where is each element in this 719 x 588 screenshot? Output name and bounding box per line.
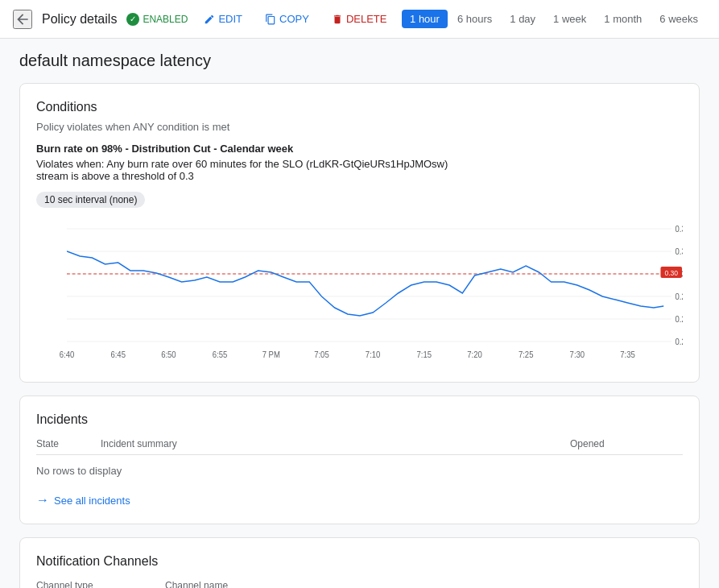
time-btn-1month[interactable]: 1 month bbox=[596, 10, 650, 28]
conditions-title: Conditions bbox=[36, 100, 683, 114]
back-button[interactable] bbox=[13, 10, 32, 29]
notifications-col-type: Channel type bbox=[36, 580, 165, 588]
conditions-subtitle: Policy violates when ANY condition is me… bbox=[36, 121, 683, 133]
status-dot-icon bbox=[126, 13, 139, 26]
status-badge: ENABLED bbox=[126, 13, 188, 26]
time-selector: 1 hour 6 hours 1 day 1 week 1 month 6 we… bbox=[402, 10, 706, 28]
notifications-col-name: Channel name bbox=[165, 580, 683, 588]
svg-text:7:20: 7:20 bbox=[467, 350, 482, 359]
svg-text:7:05: 7:05 bbox=[314, 350, 329, 359]
conditions-card: Conditions Policy violates when ANY cond… bbox=[19, 83, 700, 383]
svg-text:7:10: 7:10 bbox=[366, 350, 381, 359]
condition-desc2: stream is above a threshold of 0.3 bbox=[36, 170, 194, 182]
condition-desc1: Violates when: Any burn rate over 60 min… bbox=[36, 158, 448, 170]
svg-text:0.30: 0.30 bbox=[664, 269, 678, 277]
svg-text:6:40: 6:40 bbox=[60, 350, 75, 359]
svg-text:7:25: 7:25 bbox=[519, 350, 534, 359]
policy-name: default namespace latency bbox=[19, 52, 700, 70]
svg-text:7:30: 7:30 bbox=[570, 350, 585, 359]
time-btn-1day[interactable]: 1 day bbox=[502, 10, 543, 28]
svg-text:6:45: 6:45 bbox=[110, 350, 126, 359]
top-bar-left: Policy details ENABLED EDIT COPY DELETE bbox=[13, 10, 393, 29]
delete-button[interactable]: DELETE bbox=[325, 10, 394, 28]
incidents-title: Incidents bbox=[36, 412, 683, 427]
edit-button[interactable]: EDIT bbox=[197, 10, 249, 28]
svg-text:7:15: 7:15 bbox=[417, 350, 432, 359]
edit-label: EDIT bbox=[218, 13, 242, 25]
incidents-no-rows: No rows to display bbox=[36, 458, 683, 483]
time-btn-1hour[interactable]: 1 hour bbox=[402, 10, 448, 28]
svg-text:0.26: 0.26 bbox=[675, 315, 683, 324]
svg-text:6:55: 6:55 bbox=[213, 350, 228, 359]
incidents-col-opened: Opened bbox=[570, 438, 683, 449]
svg-text:0.24: 0.24 bbox=[675, 337, 683, 346]
chart-container: 0.24 0.26 0.28 0.30 0.32 0.34 0.30 6:40 … bbox=[36, 221, 683, 366]
interval-badge: 10 sec interval (none) bbox=[36, 192, 145, 208]
delete-label: DELETE bbox=[346, 13, 387, 25]
incidents-col-summary: Incident summary bbox=[101, 438, 570, 449]
time-btn-6weeks[interactable]: 6 weeks bbox=[651, 10, 706, 28]
svg-text:6:50: 6:50 bbox=[161, 350, 176, 359]
svg-text:7:35: 7:35 bbox=[620, 350, 635, 359]
svg-text:0.34: 0.34 bbox=[675, 225, 683, 234]
time-btn-1week[interactable]: 1 week bbox=[545, 10, 594, 28]
incidents-card: Incidents State Incident summary Opened … bbox=[19, 395, 700, 524]
chart-svg: 0.24 0.26 0.28 0.30 0.32 0.34 0.30 6:40 … bbox=[36, 221, 683, 366]
top-bar: Policy details ENABLED EDIT COPY DELETE … bbox=[0, 0, 719, 39]
svg-text:0.32: 0.32 bbox=[675, 247, 683, 256]
notifications-title: Notification Channels bbox=[36, 554, 683, 569]
incidents-col-state: State bbox=[36, 438, 101, 449]
status-label: ENABLED bbox=[143, 14, 188, 25]
svg-text:7 PM: 7 PM bbox=[262, 350, 280, 359]
condition-desc: Violates when: Any burn rate over 60 min… bbox=[36, 158, 683, 182]
see-all-incidents-link[interactable]: → See all incidents bbox=[36, 493, 683, 507]
time-btn-6hours[interactable]: 6 hours bbox=[449, 10, 500, 28]
svg-text:0.28: 0.28 bbox=[675, 292, 683, 301]
arrow-right-icon: → bbox=[36, 493, 49, 507]
copy-label: COPY bbox=[279, 13, 309, 25]
condition-name: Burn rate on 98% - Distribution Cut - Ca… bbox=[36, 143, 683, 155]
notifications-card: Notification Channels Channel type Chann… bbox=[19, 537, 700, 588]
svg-rect-0 bbox=[67, 225, 671, 342]
see-all-label: See all incidents bbox=[54, 495, 130, 507]
main-content: default namespace latency Conditions Pol… bbox=[0, 39, 719, 588]
page-title: Policy details bbox=[42, 12, 117, 27]
copy-button[interactable]: COPY bbox=[258, 10, 316, 28]
notifications-table-header: Channel type Channel name bbox=[36, 575, 683, 588]
incidents-table-header: State Incident summary Opened bbox=[36, 433, 683, 455]
